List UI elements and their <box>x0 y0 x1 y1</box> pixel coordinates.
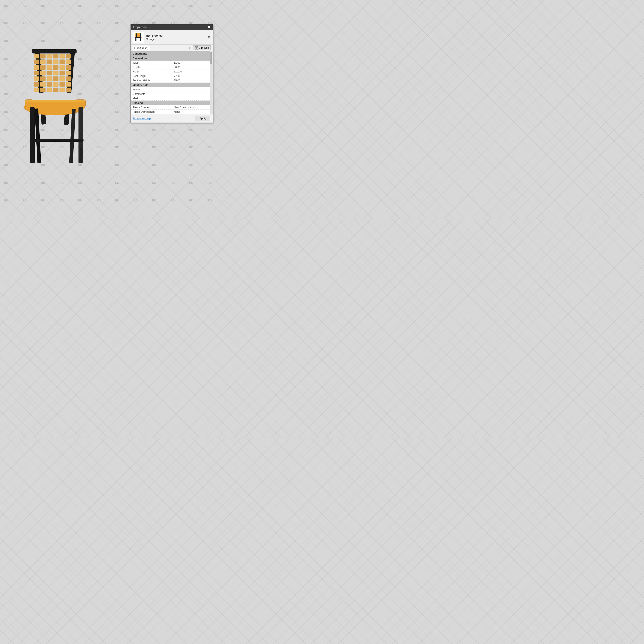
watermark-text: RD <box>23 199 27 202</box>
svg-rect-12 <box>53 60 58 64</box>
svg-rect-39 <box>34 88 39 92</box>
property-value[interactable] <box>172 96 210 101</box>
svg-rect-51 <box>35 108 41 163</box>
svg-rect-22 <box>40 71 45 75</box>
section-header: Constraints <box>131 51 210 56</box>
property-value[interactable]: None <box>172 110 210 114</box>
svg-rect-23 <box>47 71 52 75</box>
watermark-text: RD <box>60 4 64 7</box>
watermark-text: RD <box>4 181 8 184</box>
property-value[interactable]: 25.00 <box>172 78 210 83</box>
watermark-text: RD <box>4 146 8 149</box>
watermark-text: RD <box>171 181 175 184</box>
panel-title: Properties <box>133 26 147 29</box>
property-label: Width <box>131 61 172 65</box>
property-value[interactable] <box>172 92 210 96</box>
svg-rect-36 <box>53 82 58 87</box>
category-select[interactable]: Furniture (1) <box>133 46 150 50</box>
close-button[interactable]: ✕ <box>207 26 211 29</box>
watermark-text: RD <box>134 199 138 202</box>
property-label: Comments <box>131 92 172 96</box>
item-name: RD_Stool 60 <box>146 34 162 38</box>
scrollbar-thumb[interactable] <box>211 52 212 64</box>
watermark-text: RD <box>134 128 138 131</box>
property-value[interactable]: 56.00 <box>172 65 210 69</box>
chair-illustration <box>12 40 117 181</box>
watermark-text: RD <box>60 181 64 184</box>
watermark-text: RD <box>60 199 64 202</box>
watermark-text: RD <box>171 163 175 167</box>
property-value[interactable] <box>172 87 210 92</box>
svg-rect-24 <box>53 71 58 75</box>
watermark-text: RD <box>78 4 82 7</box>
svg-rect-17 <box>47 65 52 70</box>
property-value[interactable]: 77.00 <box>172 74 210 78</box>
property-value[interactable]: 110.00 <box>172 69 210 74</box>
watermark-text: RD <box>4 4 8 7</box>
svg-rect-2 <box>32 49 76 53</box>
svg-rect-25 <box>60 71 65 75</box>
watermark-text: RD <box>97 4 101 7</box>
table-row: Width51.00 <box>131 61 210 65</box>
svg-rect-43 <box>60 88 65 92</box>
watermark-text: RD <box>115 199 119 202</box>
watermark-text: RD <box>152 181 156 184</box>
watermark-text: RD <box>41 4 45 7</box>
watermark-text: RD <box>78 181 82 184</box>
svg-rect-30 <box>53 76 58 81</box>
svg-rect-35 <box>47 82 52 87</box>
svg-rect-65 <box>197 48 198 49</box>
svg-rect-11 <box>47 60 52 64</box>
watermark-text: RD <box>134 4 138 7</box>
watermark-text: RD <box>78 22 82 25</box>
apply-button[interactable]: Apply <box>195 116 210 121</box>
svg-rect-9 <box>34 60 39 64</box>
watermark-text: RD <box>97 199 101 202</box>
watermark-text: RD <box>171 128 175 131</box>
properties-table: ConstraintsDimensionsWidth51.00Depth56.0… <box>131 51 210 114</box>
scrollbar[interactable] <box>210 51 213 114</box>
watermark-text: RD <box>208 181 212 184</box>
watermark-text: RD <box>152 163 156 167</box>
watermark-text: RD <box>41 22 45 25</box>
watermark-text: RD <box>134 163 138 167</box>
svg-rect-59 <box>140 38 141 41</box>
item-dropdown-arrow[interactable]: ▼ <box>207 35 211 39</box>
watermark-text: RD <box>4 39 8 43</box>
properties-help-link[interactable]: Properties help <box>133 117 151 120</box>
properties-scroll-area[interactable]: ConstraintsDimensionsWidth51.00Depth56.0… <box>131 51 210 114</box>
watermark-text: RD <box>189 4 193 7</box>
svg-rect-26 <box>66 71 71 75</box>
table-row: Phase CreatedNew Construction <box>131 105 210 110</box>
watermark-text: RD <box>23 181 27 184</box>
panel-footer: Properties help Apply <box>131 114 213 123</box>
watermark-text: RD <box>4 199 8 202</box>
watermark-text: RD <box>97 22 101 25</box>
watermark-text: RD <box>41 199 45 202</box>
edit-type-button[interactable]: Edit Type <box>193 45 211 50</box>
section-header: Dimensions <box>131 56 210 61</box>
table-row: Mark <box>131 96 210 101</box>
table-row: Image <box>131 87 210 92</box>
watermark-text: RD <box>4 128 8 131</box>
svg-rect-34 <box>40 82 45 87</box>
property-label: Phase Created <box>131 105 172 110</box>
svg-rect-41 <box>47 88 52 92</box>
watermark-text: RD <box>171 4 175 7</box>
watermark-text: RD <box>189 128 193 131</box>
watermark-text: RD <box>4 75 8 78</box>
svg-rect-14 <box>66 60 71 64</box>
edit-type-icon <box>195 46 198 50</box>
svg-rect-52 <box>69 109 76 163</box>
svg-rect-40 <box>40 88 45 92</box>
svg-rect-16 <box>40 65 45 70</box>
svg-rect-20 <box>66 65 71 70</box>
property-value[interactable]: 51.00 <box>172 61 210 65</box>
svg-rect-28 <box>40 76 45 81</box>
svg-rect-5 <box>47 54 52 58</box>
section-header: Identity Data <box>131 83 210 88</box>
panel-body: ConstraintsDimensionsWidth51.00Depth56.0… <box>131 51 213 114</box>
watermark-text: RD <box>152 128 156 131</box>
property-value[interactable]: New Construction <box>172 105 210 110</box>
watermark-text: RD <box>23 22 27 25</box>
